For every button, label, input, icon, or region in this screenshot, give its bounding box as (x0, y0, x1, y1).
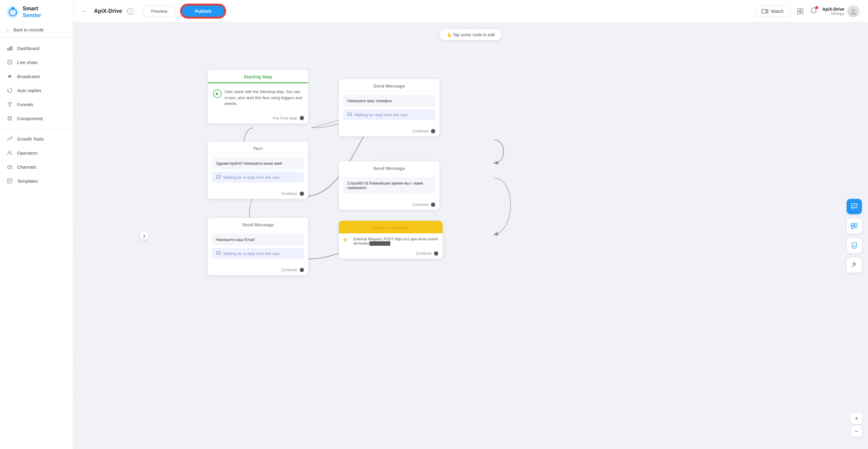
svg-point-2 (11, 7, 14, 10)
logo-smart: Smart (23, 5, 41, 12)
funnels-icon (7, 101, 13, 107)
back-arrow-icon: ← (6, 28, 10, 32)
grid-icon[interactable] (795, 6, 805, 16)
gear-icon: ⚙ (343, 237, 350, 244)
sidebar-item-operators[interactable]: Operators (0, 146, 73, 160)
channels-icon (7, 164, 13, 170)
node-send2-header: Send Message (339, 161, 439, 174)
node-send1-header: Send Message (339, 79, 439, 92)
bar-chart-icon (7, 45, 13, 51)
sidebar-item-label: Templates (17, 179, 38, 184)
watch-button[interactable]: Watch (754, 5, 790, 17)
perform-action-text: External Request: POST https://s1.apix-d… (353, 237, 438, 246)
svg-point-11 (10, 102, 11, 103)
sidebar-item-growth-tools[interactable]: Growth Tools (0, 132, 73, 146)
svg-point-18 (10, 119, 12, 121)
sidebar-item-label: Dashboard (17, 46, 39, 51)
send2-message: Спасибо! В ближайшее время мы с вами свя… (343, 177, 435, 194)
sidebar-item-auto-replies[interactable]: Auto replies (0, 83, 73, 97)
svg-line-14 (10, 103, 11, 105)
test-message: Здравствуйте! Напишите ваше имя! (212, 157, 304, 169)
chat-icon (216, 175, 221, 180)
sidebar-item-live-chats[interactable]: Live chats (0, 55, 73, 69)
topbar-info-button[interactable]: i (127, 8, 134, 14)
sidebar-item-label: Broadcasts (17, 74, 40, 79)
svg-point-40 (219, 253, 220, 254)
preview-button[interactable]: Preview (142, 5, 176, 17)
svg-point-8 (9, 62, 10, 63)
user-menu[interactable]: ApiX-Drive Settings (822, 5, 860, 18)
play-icon: ▶ (213, 89, 222, 98)
svg-rect-25 (762, 9, 766, 13)
sidebar-item-label: Live chats (17, 60, 38, 65)
components-icon (7, 115, 13, 121)
logo-icon (6, 5, 20, 19)
tap-hint: 👆 Tap some node to edit (440, 29, 501, 40)
sidebar-nav: Dashboard Live chats Broadcasts Auto rep… (0, 40, 73, 188)
zoom-in-button[interactable]: + (851, 413, 862, 424)
sidebar-collapse-button[interactable]: ❯ (140, 231, 148, 240)
svg-rect-3 (7, 48, 8, 51)
node-starting-step[interactable]: Starting Step ▶ User starts with the fol… (208, 70, 308, 124)
perform-connector-dot (434, 251, 438, 256)
user-settings-label: Settings (822, 11, 844, 16)
sidebar-item-label: Funnels (17, 102, 33, 107)
svg-point-32 (217, 177, 218, 177)
reply-icon (7, 87, 13, 93)
node-send2[interactable]: Send Message Спасибо! В ближайшее время … (339, 161, 439, 210)
notification-bell[interactable] (810, 7, 817, 15)
svg-point-15 (8, 117, 9, 118)
sidebar-item-label: Channels (17, 164, 36, 169)
zoom-out-button[interactable]: − (851, 426, 862, 437)
topbar-back-arrow[interactable]: ← (82, 8, 88, 14)
svg-point-30 (852, 9, 855, 12)
sidebar-item-broadcasts[interactable]: Broadcasts (0, 69, 73, 83)
avatar (847, 5, 860, 18)
sidebar-divider (0, 128, 73, 129)
node-test[interactable]: Тест Здравствуйте! Напишите ваше имя! Wa… (208, 141, 308, 199)
node-send3[interactable]: Send Message Напишите ваш Email Waiting … (208, 218, 308, 275)
send1-footer-label: Continue (413, 129, 429, 133)
sidebar-item-funnels[interactable]: Funnels (0, 97, 73, 111)
svg-point-36 (349, 114, 350, 115)
connectors-overlay (73, 23, 868, 449)
svg-point-43 (855, 205, 856, 206)
sidebar-item-channels[interactable]: Channels (0, 160, 73, 174)
svg-point-39 (218, 253, 219, 254)
flow-canvas[interactable]: 👆 Tap some node to edit (73, 23, 868, 449)
node-perform[interactable]: Perform Actions ⚙ External Request: POST… (339, 221, 442, 259)
topbar: ← ApiX-Drive i Preview Publish Watch Api… (73, 0, 868, 23)
svg-rect-26 (798, 8, 800, 11)
sidebar-item-templates[interactable]: Templates (0, 174, 73, 188)
node-test-header: Тест (208, 141, 308, 154)
svg-rect-44 (851, 224, 854, 226)
tap-hint-text: 👆 Tap some node to edit (446, 32, 495, 37)
shield-panel-button[interactable] (847, 238, 862, 253)
growth-icon (7, 136, 13, 142)
svg-rect-22 (8, 179, 12, 183)
back-to-console[interactable]: ← Back to console (0, 24, 73, 37)
watch-label: Watch (771, 8, 783, 14)
svg-point-17 (8, 119, 9, 121)
zoom-controls: + − (851, 413, 862, 437)
svg-point-34 (219, 177, 220, 177)
publish-button[interactable]: Publish (181, 5, 225, 18)
topbar-title: ApiX-Drive (94, 8, 122, 14)
sidebar-item-label: Growth Tools (17, 136, 44, 141)
add-panel-button[interactable] (847, 218, 862, 234)
svg-rect-4 (9, 47, 10, 51)
sidebar-item-label: Components (17, 116, 43, 121)
send3-footer-label: Continue (281, 267, 297, 272)
svg-rect-45 (855, 224, 857, 226)
node-send1[interactable]: Send Message Напишите ваш телефон Waitin… (339, 79, 439, 136)
sidebar-item-components[interactable]: Components (0, 111, 73, 125)
test-waiting: Waiting for a reply from the user (212, 172, 304, 183)
starting-footer-label: The First Step (272, 116, 297, 121)
right-panel (847, 199, 862, 273)
send1-connector-dot (431, 129, 435, 133)
settings-panel-button[interactable] (847, 257, 862, 273)
notification-dot (815, 6, 818, 9)
sidebar-item-dashboard[interactable]: Dashboard (0, 41, 73, 55)
svg-rect-20 (8, 166, 12, 169)
chat-panel-button[interactable] (847, 199, 862, 214)
